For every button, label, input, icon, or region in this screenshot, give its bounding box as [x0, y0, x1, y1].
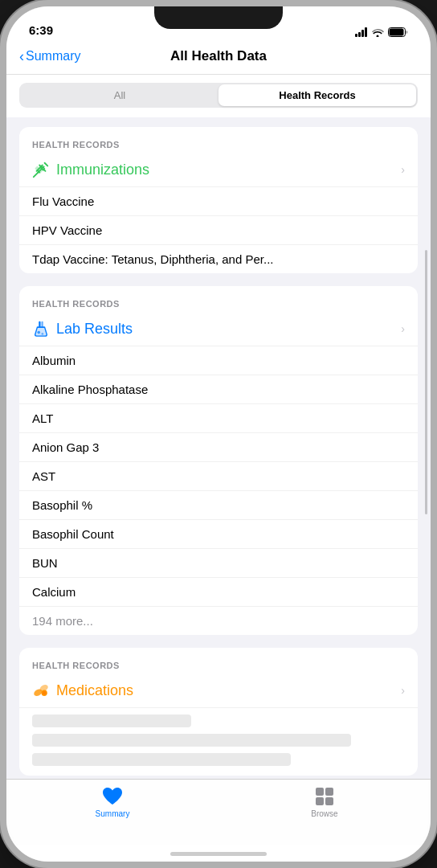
immunizations-card-header: HEALTH RECORDS	[19, 127, 418, 154]
segmented-control: All Health Records	[6, 75, 431, 117]
lab-results-card: HEALTH RECORDS Lab Results	[19, 286, 418, 635]
medications-title: Medications	[56, 682, 133, 699]
immunizations-section-label: HEALTH RECORDS	[32, 140, 120, 149]
segment-health-records[interactable]: Health Records	[218, 84, 416, 106]
medications-category-left: Medications	[32, 682, 133, 699]
heart-icon	[101, 786, 124, 807]
svg-rect-15	[325, 788, 333, 796]
pills-icon	[32, 682, 50, 699]
lab-icon	[32, 320, 50, 338]
list-item: Albumin	[19, 346, 418, 375]
list-item: AST	[19, 462, 418, 491]
immunizations-items: Flu Vaccine HPV Vaccine Tdap Vaccine: Te…	[19, 187, 418, 273]
immunizations-chevron-icon: ›	[401, 163, 405, 176]
syringe-icon	[32, 161, 50, 178]
content-scroll[interactable]: HEALTH RECORDS Immunizations	[6, 117, 431, 779]
blurred-row	[32, 734, 351, 747]
battery-icon	[388, 27, 408, 37]
lab-results-card-header: HEALTH RECORDS	[19, 286, 418, 313]
list-item: HPV Vaccine	[19, 216, 418, 245]
list-item: BUN	[19, 549, 418, 578]
nav-header: ‹ Summary All Health Data	[6, 42, 431, 75]
home-bar	[170, 852, 267, 856]
wifi-icon	[371, 27, 384, 37]
list-item: ALT	[19, 404, 418, 433]
medications-section-label: HEALTH RECORDS	[32, 661, 120, 670]
svg-line-2	[34, 173, 39, 178]
tab-browse[interactable]: Browse	[218, 786, 431, 818]
lab-results-title: Lab Results	[56, 321, 133, 338]
svg-point-9	[41, 333, 43, 335]
svg-rect-14	[316, 788, 324, 796]
immunizations-title: Immunizations	[56, 162, 149, 178]
list-item: Alkaline Phosphatase	[19, 375, 418, 404]
signal-icon	[355, 27, 367, 37]
list-item: Calcium	[19, 578, 418, 607]
svg-rect-16	[316, 797, 324, 805]
immunizations-card: HEALTH RECORDS Immunizations	[19, 127, 418, 273]
status-icons	[355, 27, 408, 37]
lab-results-section-label: HEALTH RECORDS	[32, 299, 120, 309]
svg-rect-7	[41, 321, 43, 327]
svg-rect-6	[39, 321, 40, 327]
list-item: Tdap Vaccine: Tetanus, Diphtheria, and P…	[19, 245, 418, 273]
lab-results-more: 194 more...	[19, 607, 418, 635]
immunizations-category-left: Immunizations	[32, 161, 149, 178]
blurred-row	[32, 714, 191, 727]
status-time: 6:39	[29, 23, 53, 37]
svg-rect-17	[325, 797, 333, 805]
tab-bar: Summary Browse	[6, 779, 431, 845]
list-item: Basophil %	[19, 491, 418, 520]
grid-icon	[314, 786, 335, 807]
phone-frame: 6:39 ‹ Summary	[0, 0, 437, 868]
svg-point-8	[37, 331, 40, 334]
back-label: Summary	[26, 49, 80, 63]
segments: All Health Records	[19, 83, 418, 108]
list-item: Anion Gap 3	[19, 433, 418, 462]
scroll-indicator	[425, 250, 427, 514]
notch	[154, 6, 283, 29]
svg-rect-1	[390, 29, 404, 36]
lab-results-category-left: Lab Results	[32, 320, 133, 338]
medications-card: HEALTH RECORDS Medications ›	[19, 648, 418, 776]
lab-results-chevron-icon: ›	[401, 322, 405, 335]
medications-blurred-content	[19, 714, 418, 766]
segment-all[interactable]: All	[21, 84, 218, 106]
blurred-row	[32, 753, 291, 766]
medications-chevron-icon: ›	[401, 684, 405, 697]
list-item: Basophil Count	[19, 520, 418, 549]
back-chevron-icon: ‹	[19, 48, 24, 65]
back-button[interactable]: ‹ Summary	[19, 48, 80, 65]
lab-results-category-row[interactable]: Lab Results ›	[19, 313, 418, 346]
tab-browse-label: Browse	[311, 809, 337, 818]
immunizations-category-row[interactable]: Immunizations ›	[19, 154, 418, 187]
medications-category-row[interactable]: Medications ›	[19, 675, 418, 708]
lab-results-items: Albumin Alkaline Phosphatase ALT Anion G…	[19, 346, 418, 635]
medications-card-header: HEALTH RECORDS	[19, 648, 418, 675]
tab-summary-label: Summary	[96, 809, 130, 818]
home-indicator	[6, 845, 431, 862]
svg-point-13	[43, 691, 47, 695]
page-title: All Health Data	[170, 48, 267, 64]
tab-summary[interactable]: Summary	[6, 786, 218, 818]
list-item: Flu Vaccine	[19, 187, 418, 216]
